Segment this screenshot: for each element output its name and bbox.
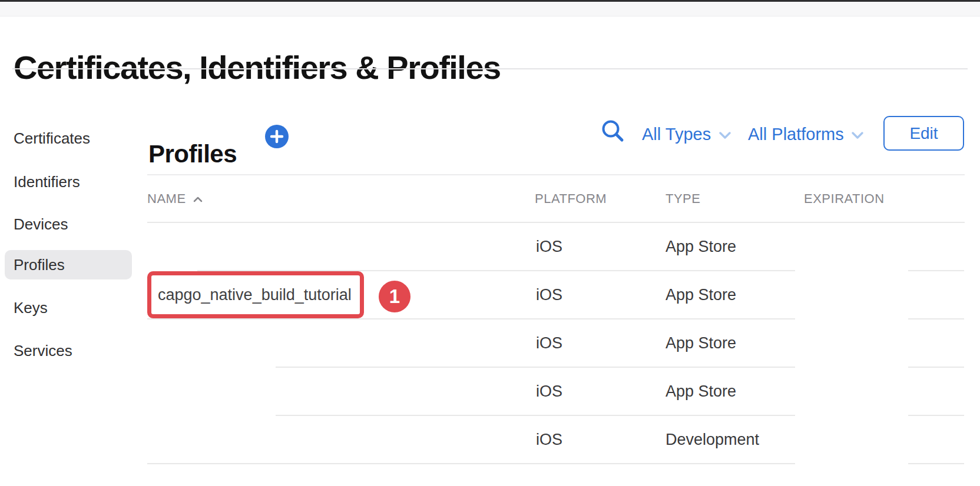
sidebar-item-services[interactable]: Services — [14, 340, 72, 361]
table-row[interactable]: iOS App Store — [147, 319, 965, 367]
column-header-expiration[interactable]: EXPIRATION — [804, 189, 885, 208]
sidebar-item-identifiers[interactable]: Identifiers — [14, 171, 80, 192]
page: Certificates, Identifiers & Profiles Cer… — [0, 0, 980, 486]
cell-type: App Store — [666, 331, 736, 355]
search-button[interactable] — [600, 118, 625, 144]
cell-type: App Store — [666, 235, 736, 258]
chevron-down-icon — [719, 131, 731, 139]
filter-all-platforms[interactable]: All Platforms — [748, 124, 844, 145]
cell-platform: iOS — [536, 331, 562, 355]
annotation-highlight-box: capgo_native_build_tutorial — [147, 271, 364, 318]
sidebar-item-profiles[interactable]: Profiles — [14, 254, 65, 275]
edit-button[interactable]: Edit — [883, 116, 964, 151]
column-header-platform[interactable]: PLATFORM — [535, 189, 607, 208]
cell-platform: iOS — [536, 235, 562, 258]
filter-all-types[interactable]: All Types — [642, 124, 711, 145]
table-row[interactable]: iOS Development — [147, 415, 965, 464]
cell-type: App Store — [666, 380, 736, 403]
sidebar-item-keys[interactable]: Keys — [14, 297, 48, 318]
section-heading: Profiles — [148, 141, 237, 168]
search-icon — [600, 135, 625, 145]
cell-platform: iOS — [536, 428, 562, 451]
add-profile-button[interactable] — [265, 125, 289, 148]
column-header-type[interactable]: TYPE — [666, 189, 700, 208]
table-top-border — [147, 174, 965, 175]
chevron-down-icon — [851, 131, 864, 139]
filter-all-types-label: All Types — [642, 125, 711, 144]
plus-circle-icon — [265, 141, 289, 150]
page-title: Certificates, Identifiers & Profiles — [14, 48, 956, 86]
cell-name: capgo_native_build_tutorial — [151, 275, 360, 314]
sort-ascending-icon — [193, 195, 203, 205]
table-row[interactable]: iOS App Store — [147, 222, 965, 271]
column-header-name[interactable]: NAME — [147, 189, 186, 208]
title-divider — [12, 68, 968, 69]
cell-platform: iOS — [536, 380, 562, 403]
filter-all-platforms-label: All Platforms — [748, 125, 844, 144]
annotation-step-badge: 1 — [379, 281, 410, 312]
cell-type: App Store — [666, 283, 736, 307]
sidebar-item-certificates[interactable]: Certificates — [14, 128, 90, 149]
sidebar-item-devices[interactable]: Devices — [14, 214, 68, 235]
cell-platform: iOS — [536, 283, 562, 307]
table-row[interactable]: iOS App Store — [147, 367, 965, 415]
cell-type: Development — [666, 428, 759, 451]
table-row[interactable]: capgo_native_build_tutorial 1 iOS App St… — [147, 271, 965, 319]
browser-chrome-bar — [0, 0, 980, 16]
